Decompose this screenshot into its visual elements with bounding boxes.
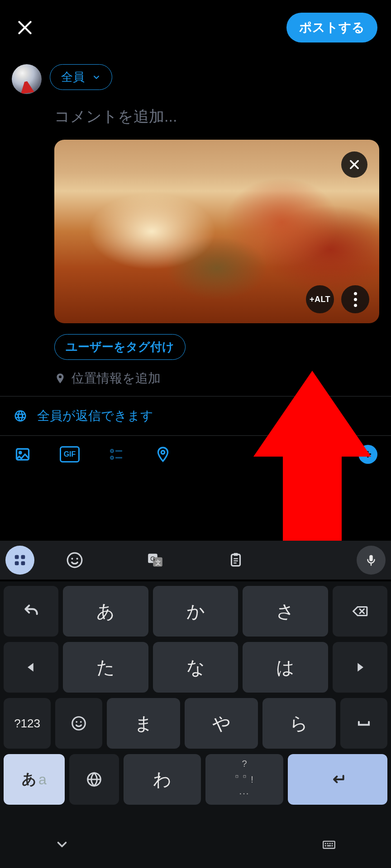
- reply-settings-button[interactable]: 全員が返信できます: [0, 396, 391, 436]
- key-enter[interactable]: [288, 754, 387, 805]
- key-ya[interactable]: や: [185, 698, 258, 749]
- svg-point-26: [76, 721, 77, 723]
- svg-point-6: [161, 451, 165, 454]
- key-wa[interactable]: わ: [124, 754, 201, 805]
- add-gif-button[interactable]: GIF: [60, 446, 80, 462]
- key-backspace[interactable]: [333, 586, 387, 637]
- audience-selector[interactable]: 全員: [50, 64, 112, 90]
- key-ka[interactable]: か: [153, 586, 238, 637]
- svg-rect-31: [327, 843, 329, 844]
- undo-icon: [23, 603, 40, 620]
- key-undo[interactable]: [4, 586, 58, 637]
- triangle-right-icon: [351, 659, 368, 676]
- key-na[interactable]: な: [153, 642, 238, 693]
- remove-media-button[interactable]: [341, 151, 367, 178]
- svg-rect-33: [332, 843, 333, 844]
- svg-rect-35: [327, 845, 331, 846]
- attached-image[interactable]: +ALT: [54, 140, 379, 323]
- nav-keyboard-switch-button[interactable]: [321, 837, 337, 854]
- compose-meta-row: 全員: [0, 55, 391, 94]
- svg-rect-34: [325, 845, 326, 846]
- globe-icon: [14, 409, 27, 423]
- location-pin-icon: [155, 446, 171, 462]
- key-ra[interactable]: ら: [262, 698, 336, 749]
- add-location-label: 位置情報を追加: [72, 370, 161, 387]
- key-mode-numeric[interactable]: ?123: [4, 698, 51, 749]
- svg-point-14: [76, 558, 78, 560]
- compose-header: ポストする: [0, 0, 391, 55]
- compose-toolbar: GIF +: [0, 436, 391, 474]
- svg-rect-29: [323, 841, 335, 849]
- add-location-button[interactable]: 位置情報を追加: [0, 360, 391, 396]
- media-more-button[interactable]: [341, 285, 369, 313]
- compose-text-input[interactable]: [54, 108, 379, 125]
- close-icon: [348, 158, 361, 171]
- enter-icon: [329, 771, 346, 788]
- svg-rect-20: [234, 553, 238, 556]
- key-a[interactable]: あ: [63, 586, 148, 637]
- key-ta[interactable]: た: [63, 642, 148, 693]
- keyboard-icon: [321, 837, 337, 852]
- svg-rect-9: [21, 555, 25, 559]
- svg-point-27: [80, 721, 82, 723]
- chevron-down-icon: [92, 73, 101, 82]
- svg-rect-32: [329, 843, 331, 844]
- post-button[interactable]: ポストする: [286, 13, 377, 42]
- compose-body: [0, 94, 391, 125]
- key-sa[interactable]: さ: [243, 586, 328, 637]
- user-avatar[interactable]: [12, 64, 42, 94]
- key-language-toggle[interactable]: あa: [4, 754, 65, 805]
- svg-rect-10: [15, 561, 19, 566]
- translate-icon: G文: [147, 552, 164, 569]
- reply-settings-label: 全員が返信できます: [37, 407, 153, 425]
- svg-rect-36: [332, 845, 333, 846]
- svg-text:G: G: [150, 555, 155, 562]
- svg-rect-30: [325, 843, 326, 844]
- triangle-left-icon: [23, 659, 40, 676]
- smile-icon: [70, 715, 87, 732]
- svg-rect-24: [369, 555, 373, 561]
- key-globe[interactable]: [69, 754, 119, 805]
- svg-point-1: [19, 452, 22, 454]
- svg-rect-19: [232, 554, 240, 566]
- more-vertical-icon: [354, 292, 357, 307]
- emoji-button[interactable]: [65, 550, 85, 570]
- key-ha[interactable]: は: [243, 642, 328, 693]
- audience-label: 全員: [61, 69, 85, 85]
- close-icon: [16, 19, 33, 36]
- image-icon: [14, 446, 31, 462]
- soft-keyboard: あ か さ た な は ?123 ま や ら あa わ ? ⸋⸋! ···: [0, 581, 391, 823]
- space-icon: [355, 715, 372, 732]
- svg-point-4: [111, 457, 114, 459]
- media-actions: +ALT: [306, 285, 369, 313]
- key-right[interactable]: [333, 642, 387, 693]
- svg-text:文: 文: [155, 560, 161, 566]
- key-space[interactable]: [340, 698, 387, 749]
- key-emoji[interactable]: [55, 698, 102, 749]
- add-image-button[interactable]: [14, 445, 32, 463]
- add-thread-button[interactable]: +: [358, 445, 377, 464]
- nav-back-button[interactable]: [54, 837, 70, 854]
- microphone-icon: [364, 553, 378, 567]
- svg-point-25: [72, 717, 86, 730]
- add-location-toolbar-button[interactable]: [154, 445, 172, 463]
- svg-rect-11: [21, 561, 25, 566]
- system-nav-bar: [0, 823, 391, 868]
- keyboard-apps-button[interactable]: [5, 546, 34, 575]
- svg-rect-8: [15, 555, 19, 559]
- key-symbols[interactable]: ? ⸋⸋! ···: [205, 754, 283, 805]
- key-ma[interactable]: ま: [107, 698, 180, 749]
- add-alt-text-button[interactable]: +ALT: [306, 285, 334, 313]
- add-poll-button[interactable]: [108, 445, 126, 463]
- voice-input-button[interactable]: [357, 546, 386, 575]
- clipboard-button[interactable]: [226, 550, 246, 570]
- svg-point-2: [111, 450, 114, 453]
- close-button[interactable]: [14, 16, 36, 39]
- poll-icon: [109, 446, 125, 462]
- keyboard-top-bar: G文: [0, 541, 391, 580]
- tag-users-button[interactable]: ユーザーをタグ付け: [54, 334, 186, 360]
- translate-button[interactable]: G文: [145, 550, 165, 570]
- grid-icon: [13, 553, 27, 567]
- smile-icon: [66, 552, 83, 569]
- key-left[interactable]: [4, 642, 58, 693]
